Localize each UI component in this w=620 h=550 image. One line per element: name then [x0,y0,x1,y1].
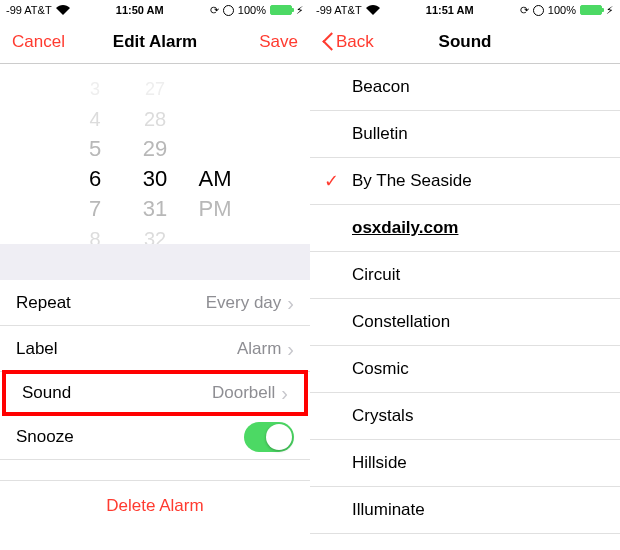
sound-label: Sound [22,383,71,403]
sound-item[interactable]: Cosmic [310,346,620,393]
chevron-right-icon: › [287,293,294,313]
picker-minute[interactable]: 31 [143,194,167,224]
back-button[interactable]: Back [322,32,382,52]
sound-item[interactable]: Hillside [310,440,620,487]
save-button[interactable]: Save [238,32,298,52]
picker-minute-selected[interactable]: 30 [143,164,167,194]
picker-hour[interactable]: 3 [90,74,100,104]
section-spacer [0,244,310,280]
snooze-label: Snooze [16,427,74,447]
repeat-row[interactable]: Repeat Every day › [0,280,310,326]
chevron-right-icon: › [281,383,288,403]
label-row[interactable]: Label Alarm › [0,326,310,372]
battery-percent: 100% [238,4,266,16]
status-bar: -99 AT&T 11:51 AM ⟳ 100% ⚡︎ [310,0,620,20]
wifi-icon [366,5,380,15]
picker-hour[interactable]: 8 [89,224,100,244]
period-column[interactable]: AM PM [185,74,245,244]
back-label: Back [336,32,374,52]
battery-icon [270,5,292,15]
minute-column[interactable]: 27 28 29 30 31 32 [125,74,185,244]
screen-edit-alarm: -99 AT&T 11:50 AM ⟳ 100% ⚡︎ Cancel Edit … [0,0,310,550]
picker-minute[interactable]: 32 [144,224,166,244]
snooze-toggle[interactable] [244,422,294,452]
chevron-right-icon: › [287,339,294,359]
sound-row[interactable]: Sound Doorbell › [2,370,308,416]
chevron-left-icon [322,32,334,52]
alarm-icon [533,5,544,16]
charging-icon: ⚡︎ [606,4,614,17]
sound-item[interactable]: Illuminate [310,487,620,534]
time-picker[interactable]: 3 4 5 6 7 8 27 28 29 30 31 32 AM PM [0,64,310,244]
picker-minute[interactable]: 27 [145,74,165,104]
sound-item[interactable]: Night Owl [310,534,620,550]
picker-period-am[interactable]: AM [199,164,232,194]
picker-minute[interactable]: 28 [144,104,166,134]
alarm-icon [223,5,234,16]
sound-list[interactable]: BeaconBulletinBy The Seasideosxdaily.com… [310,64,620,550]
status-bar: -99 AT&T 11:50 AM ⟳ 100% ⚡︎ [0,0,310,20]
sound-item[interactable]: Circuit [310,252,620,299]
battery-percent: 100% [548,4,576,16]
label-label: Label [16,339,58,359]
picker-hour[interactable]: 4 [89,104,100,134]
sound-item[interactable]: Crystals [310,393,620,440]
sound-item[interactable]: By The Seaside [310,158,620,205]
picker-hour[interactable]: 5 [89,134,101,164]
picker-hour-selected[interactable]: 6 [89,164,101,194]
picker-hour[interactable]: 7 [89,194,101,224]
rotation-lock-icon: ⟳ [210,4,219,17]
battery-icon [580,5,602,15]
sound-value: Doorbell [212,383,275,403]
carrier-text: -99 AT&T [6,4,52,16]
nav-bar: Back Sound [310,20,620,64]
status-time: 11:50 AM [116,4,164,16]
nav-title: Sound [439,32,492,52]
sound-item[interactable]: Constellation [310,299,620,346]
nav-title: Edit Alarm [113,32,197,52]
wifi-icon [56,5,70,15]
repeat-value: Every day [206,293,282,313]
hour-column[interactable]: 3 4 5 6 7 8 [65,74,125,244]
cancel-button[interactable]: Cancel [12,32,72,52]
status-time: 11:51 AM [426,4,474,16]
sound-item[interactable]: Bulletin [310,111,620,158]
rotation-lock-icon: ⟳ [520,4,529,17]
delete-alarm-button[interactable]: Delete Alarm [0,480,310,530]
picker-minute[interactable]: 29 [143,134,167,164]
repeat-label: Repeat [16,293,71,313]
sound-item[interactable]: osxdaily.com [310,205,620,252]
charging-icon: ⚡︎ [296,4,304,17]
picker-period-pm[interactable]: PM [199,194,232,224]
snooze-row: Snooze [0,414,310,460]
settings-list: Repeat Every day › Label Alarm › Sound D… [0,280,310,460]
screen-sound: -99 AT&T 11:51 AM ⟳ 100% ⚡︎ Back Sound B… [310,0,620,550]
label-value: Alarm [237,339,281,359]
sound-item[interactable]: Beacon [310,64,620,111]
nav-bar: Cancel Edit Alarm Save [0,20,310,64]
carrier-text: -99 AT&T [316,4,362,16]
